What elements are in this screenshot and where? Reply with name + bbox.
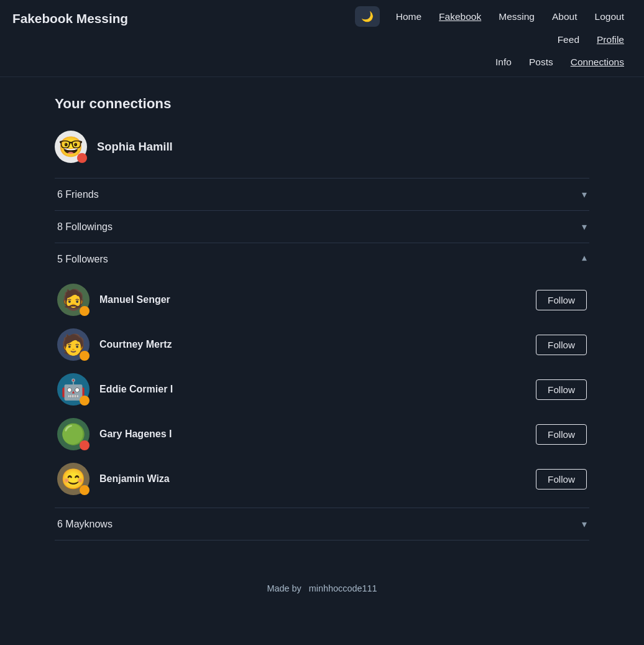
- footer: Made by minhhoccode111: [0, 559, 644, 606]
- follower-row: 🟢 Gary Hagenes I Follow: [55, 412, 589, 457]
- nav-link-feed[interactable]: Feed: [550, 30, 587, 49]
- profile-header: 🤓 Sophia Hamill: [55, 131, 589, 163]
- follower-avatar-badge: [80, 485, 90, 495]
- followers-accordion-header[interactable]: 5 Followers ▾: [55, 243, 589, 275]
- friends-chevron-icon: ▾: [582, 188, 587, 200]
- friends-section: 6 Friends ▾: [55, 178, 589, 211]
- follower-avatar-wrapper: 🤖: [57, 373, 90, 406]
- nav-right: 🌙 Home Fakebook Messing About Logout Fee…: [355, 0, 632, 77]
- nav-link-messing[interactable]: Messing: [491, 7, 542, 26]
- nav-link-connections[interactable]: Connections: [563, 53, 632, 72]
- friends-accordion-header[interactable]: 6 Friends ▾: [55, 179, 589, 210]
- followers-chevron-icon: ▾: [582, 253, 587, 265]
- follower-avatar-badge: [80, 351, 90, 361]
- follower-avatar-wrapper: 🟢: [57, 418, 90, 450]
- followings-section: 8 Followings ▾: [55, 210, 589, 243]
- mayknows-section: 6 Mayknows ▾: [55, 508, 589, 541]
- followers-list: 🧔 Manuel Senger Follow 🧑 Courtney Mertz …: [55, 275, 589, 508]
- follow-button[interactable]: Follow: [536, 379, 587, 400]
- followers-section: 5 Followers ▾ 🧔 Manuel Senger Follow 🧑 C…: [55, 243, 589, 508]
- follow-button[interactable]: Follow: [536, 290, 587, 310]
- follower-name: Courtney Mertz: [99, 339, 526, 350]
- nav-link-posts[interactable]: Posts: [522, 53, 561, 72]
- follower-avatar-wrapper: 🧔: [57, 284, 90, 316]
- footer-text: Made by: [267, 583, 301, 593]
- follower-avatar-badge: [80, 396, 90, 406]
- follower-avatar-badge: [80, 306, 90, 316]
- follow-button[interactable]: Follow: [536, 335, 587, 355]
- follower-row: 😊 Benjamin Wiza Follow: [55, 457, 589, 501]
- profile-avatar-wrapper: 🤓: [55, 131, 87, 163]
- follower-avatar-badge: [80, 440, 90, 450]
- follower-row: 🤖 Eddie Cormier I Follow: [55, 367, 589, 412]
- nav-link-about[interactable]: About: [545, 7, 585, 26]
- followings-label: 8 Followings: [57, 221, 113, 233]
- nav-row-2: Feed Profile: [355, 30, 632, 53]
- mayknows-chevron-icon: ▾: [582, 518, 587, 530]
- profile-name: Sophia Hamill: [97, 140, 173, 154]
- footer-author: minhhoccode111: [309, 583, 377, 593]
- nav-link-fakebook[interactable]: Fakebook: [431, 7, 489, 26]
- follower-name: Eddie Cormier I: [99, 384, 526, 395]
- nav-link-home[interactable]: Home: [389, 7, 429, 26]
- follower-avatar-wrapper: 😊: [57, 463, 90, 495]
- mayknows-accordion-header[interactable]: 6 Mayknows ▾: [55, 508, 589, 540]
- dark-mode-toggle[interactable]: 🌙: [355, 6, 380, 27]
- follower-avatar-wrapper: 🧑: [57, 328, 90, 361]
- follower-name: Benjamin Wiza: [99, 473, 526, 485]
- follow-button[interactable]: Follow: [536, 424, 587, 445]
- followings-chevron-icon: ▾: [582, 221, 587, 233]
- friends-label: 6 Friends: [57, 189, 99, 200]
- nav-row-3: Info Posts Connections: [355, 53, 632, 77]
- follower-row: 🧑 Courtney Mertz Follow: [55, 322, 589, 367]
- page-title: Your connections: [55, 96, 589, 112]
- follower-name: Gary Hagenes I: [99, 429, 526, 440]
- nav-link-logout[interactable]: Logout: [587, 7, 632, 26]
- nav-row-1: 🌙 Home Fakebook Messing About Logout: [355, 0, 632, 30]
- followings-accordion-header[interactable]: 8 Followings ▾: [55, 211, 589, 243]
- nav-link-profile[interactable]: Profile: [589, 30, 632, 49]
- follower-row: 🧔 Manuel Senger Follow: [55, 277, 589, 322]
- follow-button[interactable]: Follow: [536, 469, 587, 490]
- brand-logo: Fakebook Messing: [12, 0, 140, 37]
- followers-label: 5 Followers: [57, 254, 108, 265]
- follower-name: Manuel Senger: [99, 294, 526, 305]
- nav-link-info[interactable]: Info: [488, 53, 519, 72]
- mayknows-label: 6 Mayknows: [57, 519, 113, 530]
- profile-avatar-badge: [77, 153, 87, 163]
- main-content: Your connections 🤓 Sophia Hamill 6 Frien…: [42, 77, 602, 559]
